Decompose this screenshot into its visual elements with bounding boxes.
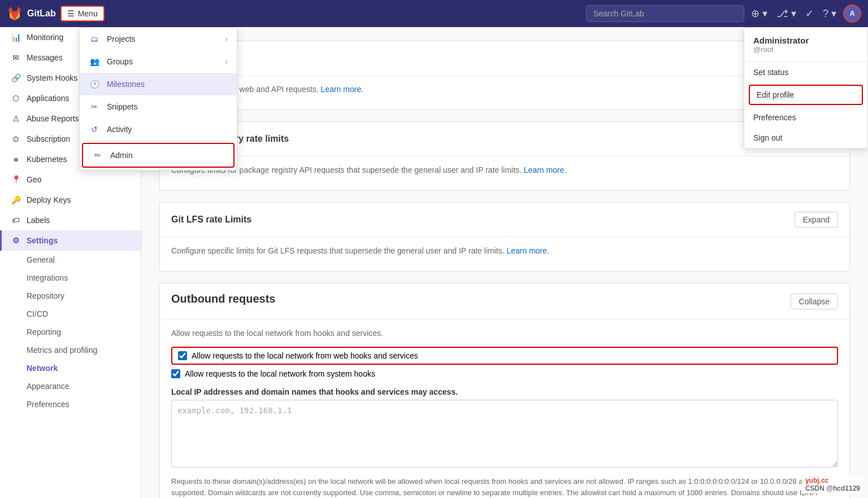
lfs-rate-limits-expand-button[interactable]: Expand [795, 212, 838, 228]
user-handle: @root [753, 45, 858, 54]
search-input[interactable] [586, 5, 744, 22]
lfs-rate-limits-desc: Configure specific limits for Git LFS re… [171, 246, 838, 255]
sidebar-sub-integrations[interactable]: Integrations [0, 269, 141, 287]
sidebar-item-abuse-reports-label: Abuse Reports [27, 114, 79, 123]
system-hooks-checkbox-container: Allow requests to the local network from… [171, 369, 838, 378]
sidebar-item-deploy-keys[interactable]: 🔑 Deploy Keys [0, 190, 141, 210]
menu-item-milestones[interactable]: 🕐 Milestones [80, 73, 237, 95]
outbound-requests-desc: Allow requests to the local network from… [171, 329, 838, 338]
user-avatar-button[interactable]: A [843, 5, 861, 23]
menu-item-milestones-label: Milestones [107, 80, 145, 89]
navbar: GitLab ☰ Menu ⊕ ▾ ⎇ ▾ ✓ ? ▾ A [0, 0, 868, 27]
watermark-sub: CSDN @hcd1129 [805, 484, 860, 492]
menu-item-admin-label: Admin [110, 151, 133, 160]
system-hooks-icon: 🔗 [11, 73, 21, 82]
outbound-requests-header: Outbound requests Collapse [160, 283, 849, 320]
subscription-icon: ⊙ [11, 134, 21, 143]
user-dropdown-header: Administrator @root [744, 28, 867, 62]
sidebar-item-kubernetes-label: Kubernetes [27, 155, 67, 164]
ip-rate-limits-learn-more[interactable]: Learn more. [321, 85, 363, 94]
outbound-requests-body: Allow requests to the local network from… [160, 320, 849, 498]
watermark-text: yubj.cc [805, 477, 828, 484]
groups-icon: 👥 [89, 57, 100, 66]
local-ip-field-label: Local IP addresses and domain names that… [171, 387, 838, 396]
settings-icon: ⚙ [11, 236, 21, 245]
activity-icon: ↺ [89, 125, 100, 134]
registry-rate-limits-body: Configure limits for package registry AP… [160, 156, 849, 190]
navbar-icons: ⊕ ▾ ⎇ ▾ ✓ ? ▾ A [749, 5, 861, 23]
menu-item-projects[interactable]: 🗂 Projects › [80, 28, 237, 50]
sidebar-sub-appearance[interactable]: Appearance [0, 377, 141, 395]
menu-item-projects-label: Projects [107, 34, 136, 43]
issues-button[interactable]: ✓ [803, 5, 816, 22]
lfs-rate-limits-body: Configure specific limits for Git LFS re… [160, 237, 849, 271]
edit-profile-item[interactable]: Edit profile [749, 85, 863, 105]
sidebar-item-labels[interactable]: 🏷 Labels [0, 210, 141, 230]
sidebar-item-geo-label: Geo [27, 175, 41, 184]
menu-item-admin[interactable]: ✏ Admin [82, 143, 235, 168]
admin-icon: ✏ [92, 151, 103, 160]
allow-webhooks-checkbox[interactable] [178, 351, 187, 360]
menu-item-activity-label: Activity [107, 125, 132, 134]
menu-label: Menu [78, 9, 98, 18]
menu-item-snippets[interactable]: ✂ Snippets [80, 95, 237, 118]
milestones-icon: 🕐 [89, 80, 100, 89]
sidebar-sub-reporting[interactable]: Reporting [0, 323, 141, 341]
snippets-icon: ✂ [89, 102, 100, 111]
deploy-keys-icon: 🔑 [11, 195, 21, 204]
watermark: yubj.cc CSDN @hcd1129 [802, 475, 863, 493]
sidebar-item-labels-label: Labels [27, 216, 50, 225]
sidebar-sub-metrics[interactable]: Metrics and profiling [0, 341, 141, 359]
applications-icon: ⬡ [11, 94, 21, 103]
arrow-icon: › [225, 34, 228, 43]
allow-system-hooks-checkbox[interactable] [171, 369, 180, 378]
menu-item-groups[interactable]: 👥 Groups › [80, 50, 237, 73]
arrow-icon-groups: › [225, 57, 228, 66]
geo-icon: 📍 [11, 175, 21, 184]
outbound-requests-title: Outbound requests [171, 292, 275, 305]
registry-learn-more[interactable]: Learn more. [524, 165, 566, 174]
sidebar-sub-network[interactable]: Network [0, 359, 141, 377]
brand: GitLab [7, 6, 56, 21]
menu-item-snippets-label: Snippets [107, 102, 137, 111]
menu-button[interactable]: ☰ Menu [60, 6, 105, 21]
projects-icon: 🗂 [89, 34, 100, 43]
merge-requests-button[interactable]: ⎇ ▾ [774, 5, 798, 22]
sidebar-item-settings-label: Settings [27, 236, 58, 245]
create-new-button[interactable]: ⊕ ▾ [749, 5, 770, 22]
avatar-initials: A [850, 10, 855, 18]
lfs-rate-limits-section: Git LFS rate Limits Expand Configure spe… [159, 202, 850, 272]
sidebar-sub-general[interactable]: General [0, 251, 141, 269]
sidebar-item-subscription-label: Subscription [27, 134, 70, 143]
sign-out-item[interactable]: Sign out [744, 128, 867, 148]
outbound-footer-text: Requests to these domain(s)/address(es) … [171, 476, 838, 498]
set-status-item[interactable]: Set status [744, 62, 867, 82]
allow-webhooks-label[interactable]: Allow requests to the local network from… [192, 351, 418, 360]
lfs-rate-limits-header: Git LFS rate Limits Expand [160, 203, 849, 237]
preferences-item[interactable]: Preferences [744, 107, 867, 128]
sidebar-item-messages-label: Messages [27, 53, 63, 62]
abuse-reports-icon: ⚠ [11, 114, 21, 123]
webhook-checkbox-container: Allow requests to the local network from… [171, 347, 838, 365]
outbound-requests-section: Outbound requests Collapse Allow request… [159, 283, 850, 498]
outbound-collapse-button[interactable]: Collapse [791, 294, 838, 309]
kubernetes-icon: ⎈ [11, 155, 21, 164]
messages-icon: ✉ [11, 53, 21, 62]
menu-item-groups-label: Groups [107, 57, 133, 66]
registry-rate-limits-desc: Configure limits for package registry AP… [171, 165, 838, 174]
sidebar-item-geo[interactable]: 📍 Geo [0, 169, 141, 190]
local-ip-textarea[interactable] [171, 400, 838, 468]
sidebar-item-applications-label: Applications [27, 94, 70, 103]
lfs-learn-more[interactable]: Learn more. [506, 246, 549, 255]
menu-item-activity[interactable]: ↺ Activity [80, 118, 237, 141]
user-dropdown: Administrator @root Set status Edit prof… [744, 27, 868, 148]
gitlab-logo-icon [7, 6, 23, 21]
help-button[interactable]: ? ▾ [821, 5, 839, 22]
allow-system-hooks-label[interactable]: Allow requests to the local network from… [185, 369, 375, 378]
sidebar-item-deploy-keys-label: Deploy Keys [27, 195, 71, 204]
sidebar-item-monitoring-label: Monitoring [27, 33, 63, 42]
sidebar-sub-repository[interactable]: Repository [0, 287, 141, 305]
sidebar-sub-cicd[interactable]: CI/CD [0, 305, 141, 323]
sidebar-sub-preferences[interactable]: Preferences [0, 395, 141, 413]
sidebar-item-settings[interactable]: ⚙ Settings [0, 230, 141, 251]
